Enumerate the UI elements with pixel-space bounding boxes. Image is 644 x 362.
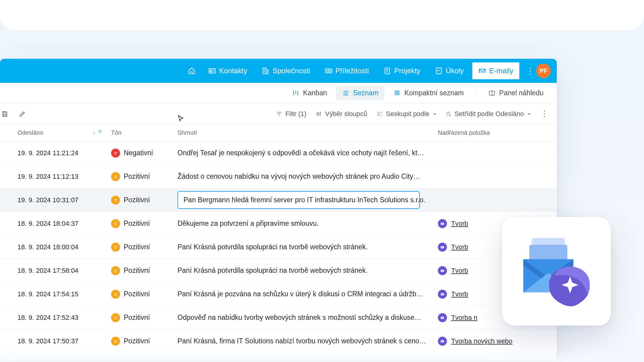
- toolbar-label: Setřídit podle Odesláno: [454, 110, 524, 118]
- view-compact[interactable]: Kompaktní seznam: [387, 86, 470, 100]
- table-row[interactable]: 19. 9. 2024 11:12:13 Pozitivní Žádost o …: [0, 165, 557, 188]
- sort-by-button[interactable]: Setřídit podle Odesláno ▾: [445, 110, 530, 118]
- tone-label: Negativní: [124, 149, 153, 157]
- edit-button[interactable]: [18, 110, 27, 118]
- cell-summary: Paní Krásná potvrdila spolupráci na tvor…: [177, 243, 438, 251]
- parent-link[interactable]: Tvorb: [451, 243, 468, 251]
- cell-tone: Pozitivní: [111, 266, 177, 275]
- nav-tasks[interactable]: Úkoly: [429, 62, 470, 79]
- summary-text: Žádost o cenovou nabídku na vývoj nových…: [177, 172, 420, 180]
- view-list[interactable]: Seznam: [336, 86, 384, 100]
- divider: [476, 88, 476, 99]
- home-button[interactable]: [183, 63, 200, 79]
- nav-companies[interactable]: Společnosti: [256, 62, 316, 79]
- sort-icon: [445, 111, 451, 117]
- parent-link[interactable]: Tvorba nových webo: [451, 337, 512, 345]
- svg-rect-8: [489, 91, 495, 95]
- toolbar-label: Seskupit podle: [386, 110, 429, 118]
- parent-link[interactable]: Tvorb: [451, 267, 468, 275]
- svg-point-9: [115, 152, 115, 153]
- cell-tone: Pozitivní: [111, 337, 177, 346]
- columns-button[interactable]: Výběr sloupců: [315, 110, 367, 118]
- cell-parent: Tvorba nových webo: [438, 337, 550, 346]
- svg-point-30: [442, 294, 443, 294]
- table-row[interactable]: 19. 9. 2024 10:31:07 Pozitivní Pan Bergm…: [0, 188, 557, 212]
- nav-opportunities[interactable]: Příležitosti: [319, 62, 375, 79]
- tone-label: Pozitivní: [124, 290, 150, 298]
- column-header-sent[interactable]: Odesláno ↓: [18, 129, 111, 136]
- parent-link[interactable]: Tvorb: [451, 290, 468, 298]
- svg-point-14: [116, 199, 117, 200]
- summary-text: Děkujeme za potvrzení a připravíme smlou…: [177, 219, 319, 227]
- view-label: Kanban: [303, 89, 327, 97]
- frown-icon: [111, 149, 120, 158]
- cell-sent: 18. 9. 2024 18:00:04: [18, 243, 111, 251]
- table-row[interactable]: 18. 9. 2024 18:04:37 Pozitivní Děkujeme …: [0, 212, 557, 235]
- summary-text: Ondřej Tesař je nespokojený s odpovědí a…: [177, 149, 424, 157]
- save-button[interactable]: [1, 110, 9, 118]
- mail-icon: [478, 67, 486, 75]
- parent-badge-icon: [438, 266, 447, 275]
- column-header-row: Odesláno ↓ Tón Shrnutí Nadřazená položka: [0, 124, 557, 141]
- parent-badge-icon: [438, 243, 447, 252]
- table-row[interactable]: 18. 9. 2024 17:58:04 Pozitivní Paní Krás…: [0, 259, 557, 282]
- avatar-initials: PF: [540, 68, 547, 74]
- column-filter-icon[interactable]: [97, 129, 103, 136]
- chevron-down-icon: ▾: [528, 112, 530, 116]
- tone-label: Pozitivní: [124, 313, 150, 322]
- view-preview-panel[interactable]: Panel náhledu: [482, 86, 550, 100]
- nav-emails[interactable]: E-maily: [472, 62, 519, 79]
- nav-more-button[interactable]: ⋮: [522, 66, 531, 76]
- svg-point-12: [116, 176, 117, 176]
- home-icon: [188, 67, 196, 75]
- top-nav: Kontakty Společnosti Příležitosti Projek…: [0, 59, 557, 83]
- tone-label: Pozitivní: [124, 172, 150, 181]
- view-kanban[interactable]: Kanban: [286, 86, 333, 100]
- parent-badge-icon: [438, 337, 447, 346]
- filter-icon: [276, 111, 282, 117]
- table-row[interactable]: 19. 9. 2024 11:21:24 Negativní Ondřej Te…: [0, 141, 557, 165]
- table-row[interactable]: 18. 9. 2024 17:54:15 Pozitivní Paní Krás…: [0, 282, 557, 306]
- cell-summary: Paní Krásná je pozvána na schůzku v úter…: [177, 290, 438, 298]
- smile-icon: [111, 337, 120, 346]
- column-header-parent[interactable]: Nadřazená položka: [438, 129, 550, 136]
- toolbar-more-button[interactable]: ⋮: [539, 109, 550, 118]
- toolbar-label: Výběr sloupců: [325, 110, 367, 118]
- smile-icon: [111, 266, 120, 275]
- column-header-tone[interactable]: Tón: [111, 129, 177, 136]
- column-label: Nadřazená položka: [438, 129, 490, 136]
- assistant-card[interactable]: [502, 217, 611, 326]
- cell-sent: 19. 9. 2024 11:12:13: [18, 173, 111, 181]
- nav-contacts[interactable]: Kontakty: [202, 62, 253, 79]
- cell-sent: 18. 9. 2024 17:50:37: [18, 337, 111, 345]
- table-row[interactable]: 18. 9. 2024 17:52:43 Pozitivní Odpověď n…: [0, 306, 557, 329]
- parent-link[interactable]: Tvorba n: [451, 314, 477, 322]
- pencil-icon: [19, 110, 26, 118]
- svg-point-34: [442, 317, 443, 318]
- cell-summary: Paní Krásná, firma IT Solutions nabízí t…: [177, 337, 438, 345]
- svg-point-18: [442, 223, 443, 224]
- view-switcher-bar: Kanban Seznam Kompaktní seznam Panel náh…: [0, 83, 557, 103]
- cell-sent: 19. 9. 2024 11:21:24: [18, 149, 111, 157]
- cell-sent: 18. 9. 2024 17:58:04: [18, 267, 111, 275]
- cell-tone: Negativní: [111, 149, 177, 158]
- tone-label: Pozitivní: [124, 266, 150, 275]
- column-label: Odesláno: [18, 129, 43, 136]
- group-by-button[interactable]: Seskupit podle ▾: [376, 110, 436, 118]
- cell-summary: Paní Krásná potvrdila spolupráci na tvor…: [177, 266, 438, 275]
- table-row[interactable]: 18. 9. 2024 17:50:37 Pozitivní Paní Krás…: [0, 329, 557, 353]
- columns-icon: [315, 111, 322, 117]
- view-label: Kompaktní seznam: [404, 89, 464, 97]
- table-row[interactable]: 18. 9. 2024 18:00:04 Pozitivní Paní Krás…: [0, 235, 557, 259]
- tone-label: Pozitivní: [124, 196, 150, 204]
- summary-edit-box[interactable]: Pan Bergmann hledá firemní server pro IT…: [177, 191, 420, 209]
- building-icon: [262, 67, 269, 75]
- avatar[interactable]: PF: [536, 64, 551, 78]
- filter-button[interactable]: Filtr (1): [276, 110, 307, 118]
- nav-projects[interactable]: Projekty: [377, 62, 426, 79]
- column-header-summary[interactable]: Shrnutí: [177, 129, 438, 136]
- parent-link[interactable]: Tvorb: [451, 220, 468, 228]
- compact-list-icon: [394, 90, 401, 97]
- page-fade: [0, 350, 644, 362]
- svg-point-16: [116, 223, 117, 223]
